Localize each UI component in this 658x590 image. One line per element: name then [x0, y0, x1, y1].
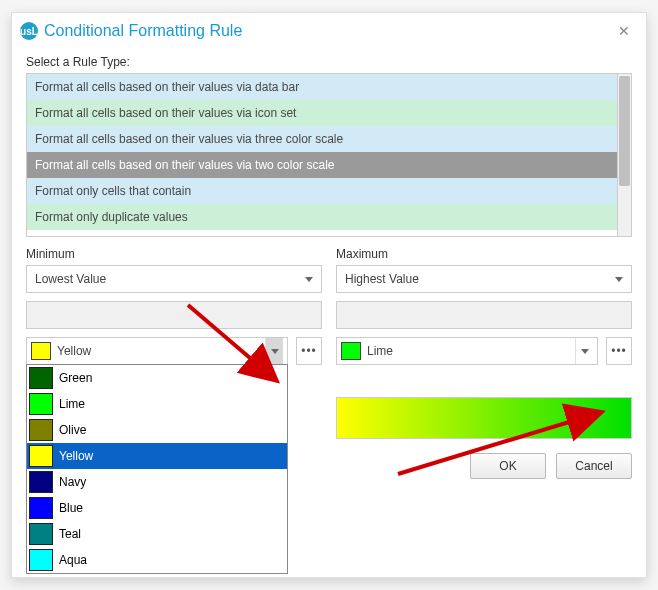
- maximum-color-more-button[interactable]: •••: [606, 337, 632, 365]
- rule-type-list-wrap: Format all cells based on their values v…: [26, 73, 632, 237]
- conditional-formatting-dialog: usL Conditional Formatting Rule ✕ Select…: [11, 12, 647, 578]
- color-option-label: Lime: [59, 397, 85, 411]
- cancel-button[interactable]: Cancel: [556, 453, 632, 479]
- color-option-label: Yellow: [59, 449, 93, 463]
- rule-type-item[interactable]: Format all cells based on their values v…: [27, 100, 617, 126]
- chevron-down-icon: [271, 349, 279, 354]
- chevron-down-icon: [615, 277, 623, 282]
- maximum-color-dropdown-toggle[interactable]: [575, 338, 593, 364]
- color-swatch-icon: [29, 497, 53, 519]
- minimum-color-name: Yellow: [57, 344, 91, 358]
- minimum-column: Minimum Lowest Value Yellow ••• GreenLim…: [26, 247, 322, 479]
- maximum-label: Maximum: [336, 247, 632, 261]
- rule-type-item-selected[interactable]: Format all cells based on their values v…: [27, 152, 617, 178]
- minimum-color-dropdown-toggle[interactable]: [265, 338, 283, 364]
- app-icon: usL: [20, 22, 38, 40]
- color-option[interactable]: Yellow: [27, 443, 287, 469]
- color-option-label: Blue: [59, 501, 83, 515]
- close-icon[interactable]: ✕: [612, 23, 636, 39]
- maximum-color-select[interactable]: Lime: [336, 337, 598, 365]
- color-option[interactable]: Aqua: [27, 547, 287, 573]
- color-swatch-icon: [29, 419, 53, 441]
- minimum-value-input[interactable]: [26, 301, 322, 329]
- color-swatch-icon: [29, 471, 53, 493]
- gradient-preview: [336, 397, 632, 439]
- color-option[interactable]: Green: [27, 365, 287, 391]
- color-swatch-icon: [29, 523, 53, 545]
- minimum-color-swatch: [31, 342, 51, 360]
- rule-type-item[interactable]: Format all cells based on their values v…: [27, 126, 617, 152]
- rule-type-item[interactable]: Format only duplicate values: [27, 204, 617, 230]
- rule-type-item[interactable]: Format all cells based on their values v…: [27, 74, 617, 100]
- scrollbar-thumb[interactable]: [619, 76, 630, 186]
- color-swatch-icon: [29, 445, 53, 467]
- maximum-column: Maximum Highest Value Lime ••• OK: [336, 247, 632, 479]
- color-option-label: Navy: [59, 475, 86, 489]
- color-option[interactable]: Blue: [27, 495, 287, 521]
- minimum-value-type-text: Lowest Value: [35, 272, 106, 286]
- minimum-label: Minimum: [26, 247, 322, 261]
- title-bar: usL Conditional Formatting Rule ✕: [12, 13, 646, 49]
- maximum-value-type-text: Highest Value: [345, 272, 419, 286]
- color-option-label: Aqua: [59, 553, 87, 567]
- color-option-label: Teal: [59, 527, 81, 541]
- dialog-body: Select a Rule Type: Format all cells bas…: [12, 49, 646, 577]
- maximum-color-name: Lime: [367, 344, 393, 358]
- color-option[interactable]: Teal: [27, 521, 287, 547]
- ok-button[interactable]: OK: [470, 453, 546, 479]
- color-option[interactable]: Lime: [27, 391, 287, 417]
- maximum-value-type-select[interactable]: Highest Value: [336, 265, 632, 293]
- color-swatch-icon: [29, 549, 53, 571]
- minimum-value-type-select[interactable]: Lowest Value: [26, 265, 322, 293]
- color-option-label: Green: [59, 371, 92, 385]
- color-option-label: Olive: [59, 423, 86, 437]
- color-swatch-icon: [29, 367, 53, 389]
- minimum-color-more-button[interactable]: •••: [296, 337, 322, 365]
- color-option[interactable]: Olive: [27, 417, 287, 443]
- color-option[interactable]: Navy: [27, 469, 287, 495]
- chevron-down-icon: [581, 349, 589, 354]
- rule-list-scrollbar[interactable]: [618, 73, 632, 237]
- rule-type-label: Select a Rule Type:: [26, 55, 632, 69]
- color-palette-dropdown[interactable]: GreenLimeOliveYellowNavyBlueTealAqua: [26, 364, 288, 574]
- maximum-color-swatch: [341, 342, 361, 360]
- rule-type-item[interactable]: Format only cells that contain: [27, 178, 617, 204]
- color-swatch-icon: [29, 393, 53, 415]
- maximum-value-input[interactable]: [336, 301, 632, 329]
- dialog-title: Conditional Formatting Rule: [44, 22, 612, 40]
- rule-type-list[interactable]: Format all cells based on their values v…: [26, 73, 618, 237]
- minimum-color-select[interactable]: Yellow: [26, 337, 288, 365]
- chevron-down-icon: [305, 277, 313, 282]
